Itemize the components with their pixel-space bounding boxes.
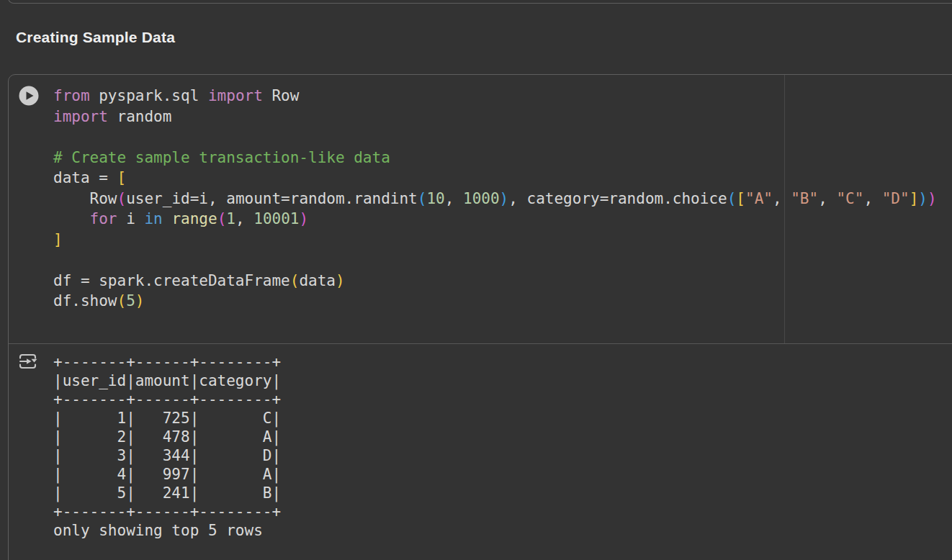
output-line: +-------+------+--------+: [53, 390, 952, 409]
code-line: df.show(5): [53, 291, 952, 312]
previous-cell-bottom-edge: [8, 0, 952, 4]
code-line: # Create sample transaction-like data: [53, 148, 952, 168]
output-text: +-------+------+--------+|user_id|amount…: [9, 344, 952, 540]
code-line: import random: [53, 107, 952, 127]
code-line: [53, 127, 952, 148]
output-line: | 5| 241| B|: [53, 484, 952, 502]
code-line: [53, 250, 952, 271]
section-heading: Creating Sample Data: [16, 29, 175, 46]
code-editor[interactable]: from pyspark.sql import Rowimport random…: [9, 75, 952, 344]
results-arrow-icon[interactable]: [17, 351, 39, 371]
output-line: +-------+------+--------+: [53, 502, 952, 521]
output-line: | 4| 997| A|: [53, 465, 952, 484]
output-line: +-------+------+--------+: [53, 353, 952, 371]
code-line: Row(user_id=i, amount=random.randint(10,…: [53, 189, 952, 209]
output-line: | 3| 344| D|: [53, 446, 952, 465]
code-line: df = spark.createDataFrame(data): [53, 271, 952, 292]
code-line: ]: [53, 230, 952, 250]
output-line: only showing top 5 rows: [53, 521, 952, 540]
code-line: data = [: [53, 168, 952, 189]
output-line: | 2| 478| A|: [53, 428, 952, 446]
output-area: +-------+------+--------+|user_id|amount…: [9, 344, 952, 540]
code-line: from pyspark.sql import Row: [53, 86, 952, 107]
code-line: for i in range(1, 10001): [53, 209, 952, 230]
notebook-code-cell: from pyspark.sql import Rowimport random…: [8, 74, 952, 560]
notebook-page: Creating Sample Data from pyspark.sql im…: [0, 0, 952, 560]
output-line: | 1| 725| C|: [53, 409, 952, 428]
output-line: |user_id|amount|category|: [53, 371, 952, 390]
code-content: from pyspark.sql import Rowimport random…: [9, 75, 952, 312]
